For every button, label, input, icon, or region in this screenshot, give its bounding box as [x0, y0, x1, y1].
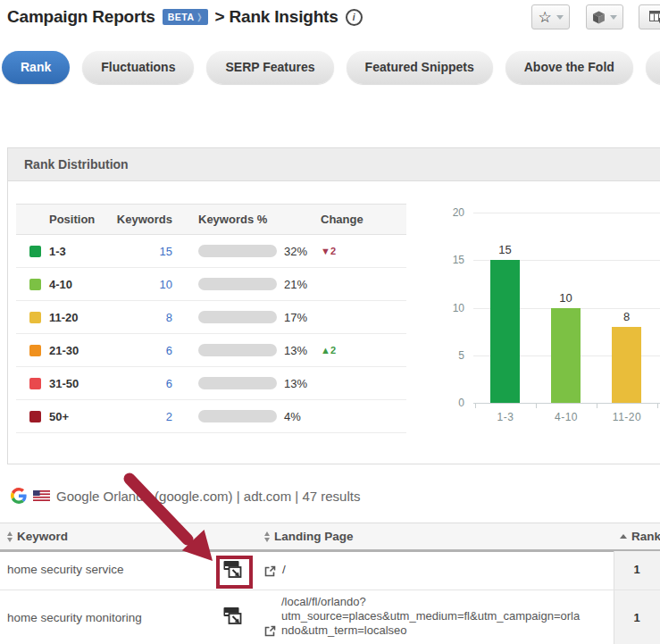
- position-color-swatch: [29, 345, 41, 356]
- tab-bar: RankFluctuationsSERP FeaturesFeatured Sn…: [2, 51, 660, 84]
- table-view-button[interactable]: [639, 4, 660, 29]
- results-source-line: Google Orlando (google.com) | adt.com | …: [11, 488, 360, 504]
- keywords-count-link[interactable]: 6: [103, 344, 172, 357]
- x-axis-line: [473, 403, 660, 404]
- rank-row: 50+24%: [16, 400, 406, 433]
- position-label: 11-20: [49, 311, 103, 324]
- beta-badge: BETA ❭: [163, 9, 208, 25]
- position-label: 31-50: [49, 377, 103, 390]
- pct-label: 13%: [284, 377, 307, 390]
- tab-search[interactable]: Search: [646, 51, 660, 84]
- table-row: home security monitoring /local/fl/orlan…: [0, 590, 660, 644]
- google-logo-icon: [11, 488, 27, 504]
- cube-icon: [592, 11, 606, 24]
- export-button[interactable]: [586, 4, 623, 29]
- position-color-swatch: [29, 279, 41, 290]
- keywords-pct-bar: 17%: [172, 311, 310, 324]
- results-table-header: Keyword Landing Page Rank: [0, 523, 660, 552]
- landing-page-link[interactable]: /: [282, 563, 286, 576]
- beta-chevron-icon: ❭: [196, 13, 204, 21]
- x-category-label: 11-20: [597, 411, 657, 423]
- us-flag-icon: [33, 490, 50, 501]
- sort-asc-icon: [620, 534, 627, 539]
- bar-4-10[interactable]: [551, 308, 581, 404]
- tab-fluctuations[interactable]: Fluctuations: [82, 51, 194, 84]
- tab-featured-snippets[interactable]: Featured Snippets: [347, 51, 493, 84]
- col-landing-page[interactable]: Landing Page: [264, 523, 354, 549]
- keywords-count-link[interactable]: 2: [103, 410, 172, 423]
- sort-icon: [264, 531, 270, 542]
- sort-icon: [7, 531, 13, 542]
- keywords-pct-bar: 4%: [172, 410, 310, 423]
- caret-down-icon: [556, 15, 564, 20]
- keywords-count-link[interactable]: 6: [103, 377, 172, 390]
- star-icon: ☆: [538, 10, 551, 25]
- keywords-count-link[interactable]: 10: [103, 278, 172, 291]
- pct-label: 13%: [284, 344, 307, 357]
- tab-rank[interactable]: Rank: [2, 51, 70, 84]
- gridline: [473, 213, 660, 213]
- change-cell: ▲2: [310, 345, 406, 355]
- rank-row: 4-101021%: [16, 268, 406, 301]
- rank-cell: 1: [614, 611, 660, 624]
- x-axis-tick: [597, 404, 597, 408]
- bar-value-label: 8: [603, 310, 650, 323]
- bar-value-label: 10: [542, 291, 589, 305]
- panel-title: Rank Distribution: [8, 148, 660, 181]
- position-color-swatch: [29, 378, 41, 389]
- results-source-text: Google Orlando (google.com) | adt.com | …: [56, 489, 360, 504]
- table-row: home security service / 1: [0, 551, 660, 590]
- keywords-pct-bar: 13%: [172, 377, 310, 390]
- rank-table-header: Position Keywords Keywords % Change: [16, 204, 406, 235]
- rank-row: 31-50613%: [16, 367, 406, 400]
- pct-label: 32%: [284, 245, 307, 258]
- beta-badge-label: BETA: [168, 12, 195, 22]
- page-header: Campaign Reports BETA ❭ > Rank Insights …: [7, 7, 363, 27]
- tab-serp-features[interactable]: SERP Features: [206, 51, 333, 84]
- position-color-swatch: [29, 411, 41, 422]
- serp-snapshot-icon[interactable]: [222, 606, 246, 626]
- keyword-cell: home security service: [7, 563, 124, 576]
- bar-1-3[interactable]: [490, 260, 520, 403]
- external-link-icon[interactable]: [264, 565, 276, 577]
- annotation-box: [216, 556, 253, 589]
- x-category-label: 1-3: [475, 411, 536, 423]
- position-color-swatch: [29, 312, 41, 323]
- caret-down-icon: [610, 15, 617, 20]
- col-change: Change: [310, 213, 406, 226]
- rank-distribution-table: Position Keywords Keywords % Change 1-31…: [16, 204, 406, 433]
- position-label: 21-30: [49, 344, 103, 357]
- y-tick-label: 20: [438, 206, 464, 219]
- col-keyword[interactable]: Keyword: [7, 523, 68, 549]
- screen: Campaign Reports BETA ❭ > Rank Insights …: [0, 0, 660, 644]
- bar-11-20[interactable]: [612, 327, 641, 403]
- rank-row: 21-30613%▲2: [16, 334, 406, 367]
- keywords-count-link[interactable]: 15: [103, 245, 172, 258]
- y-tick-label: 0: [438, 397, 464, 409]
- rank-cell: 1: [614, 563, 660, 576]
- landing-page-link[interactable]: /local/fl/orlando?utm_source=places&utm_…: [281, 595, 585, 638]
- rank-row: 1-31532%▼2: [16, 235, 406, 268]
- favorites-button[interactable]: ☆: [531, 4, 570, 29]
- col-keywords: Keywords: [103, 213, 172, 226]
- x-axis-tick: [657, 404, 658, 408]
- position-label: 1-3: [49, 245, 103, 258]
- y-tick-label: 5: [438, 349, 464, 362]
- col-rank[interactable]: Rank: [620, 523, 660, 549]
- y-tick-label: 15: [438, 254, 464, 266]
- external-link-icon[interactable]: [264, 625, 276, 637]
- col-position: Position: [49, 213, 103, 226]
- tab-above-the-fold[interactable]: Above the Fold: [505, 51, 633, 84]
- x-axis-tick: [475, 404, 476, 408]
- keywords-count-link[interactable]: 8: [103, 311, 172, 324]
- keywords-pct-bar: 32%: [172, 245, 310, 258]
- keyword-cell: home security monitoring: [7, 611, 142, 624]
- x-category-label: 4-10: [536, 411, 597, 423]
- position-label: 4-10: [49, 278, 103, 291]
- position-color-swatch: [29, 246, 41, 257]
- y-tick-label: 10: [438, 302, 464, 314]
- position-label: 50+: [49, 410, 103, 423]
- bar-value-label: 15: [481, 243, 529, 256]
- info-icon[interactable]: i: [346, 9, 363, 26]
- rank-row: 11-20817%: [16, 301, 406, 334]
